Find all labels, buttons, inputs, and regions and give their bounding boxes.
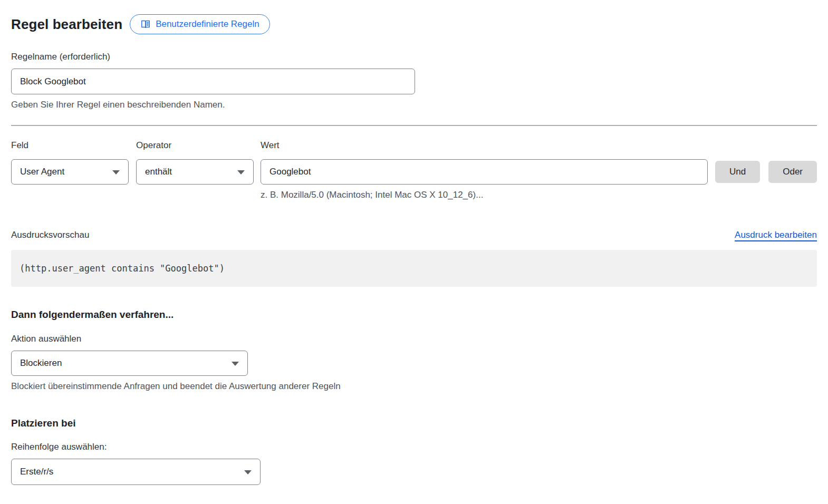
placement-order-label: Reihenfolge auswählen:: [11, 442, 817, 452]
custom-rules-button[interactable]: Benutzerdefinierte Regeln: [130, 14, 270, 34]
placement-order-select-value: Erste/r/s: [20, 467, 53, 477]
value-hint-text: z. B. Mozilla/5.0 (Macintosh; Intel Mac …: [261, 190, 708, 200]
chevron-down-icon: [232, 362, 239, 366]
operator-column: Operator enthält: [136, 140, 254, 185]
field-select[interactable]: User Agent: [11, 159, 129, 185]
rule-name-help-text: Geben Sie Ihrer Regel einen beschreibend…: [11, 100, 817, 110]
action-select[interactable]: Blockieren: [11, 351, 248, 376]
chevron-down-icon: [237, 170, 245, 175]
action-label: Aktion auswählen: [11, 334, 817, 344]
open-book-icon: [140, 19, 151, 30]
operator-select[interactable]: enthält: [136, 159, 254, 185]
expression-header: Ausdrucksvorschau Ausdruck bearbeiten: [11, 230, 817, 240]
expression-code: (http.user_agent contains "Googlebot"): [20, 263, 225, 274]
placement-section-heading: Platzieren bei: [11, 418, 817, 429]
section-divider: [11, 125, 817, 126]
value-input[interactable]: [261, 159, 708, 185]
chevron-down-icon: [112, 170, 120, 175]
and-button[interactable]: Und: [715, 161, 760, 183]
action-help-text: Blockiert übereinstimmende Anfragen und …: [11, 381, 817, 392]
page-title: Regel bearbeiten: [11, 16, 122, 33]
expression-preview-label: Ausdrucksvorschau: [11, 230, 89, 240]
expression-preview-box: (http.user_agent contains "Googlebot"): [11, 250, 817, 287]
value-label: Wert: [261, 140, 708, 151]
action-section-heading: Dann folgendermaßen verfahren...: [11, 309, 817, 321]
edit-rule-page: Regel bearbeiten Benutzerdefinierte Rege…: [0, 0, 828, 504]
operator-label: Operator: [136, 140, 254, 151]
rule-name-label: Regelname (erforderlich): [11, 52, 817, 62]
page-header: Regel bearbeiten Benutzerdefinierte Rege…: [11, 14, 817, 35]
custom-rules-button-label: Benutzerdefinierte Regeln: [156, 19, 259, 30]
placement-order-select[interactable]: Erste/r/s: [11, 459, 261, 485]
rule-name-input[interactable]: [11, 69, 415, 94]
edit-expression-link[interactable]: Ausdruck bearbeiten: [735, 230, 817, 240]
field-column: Feld User Agent: [11, 140, 129, 185]
field-label: Feld: [11, 140, 129, 151]
action-select-value: Blockieren: [20, 358, 62, 369]
condition-row: Feld User Agent Operator enthält Wert z.…: [11, 140, 817, 200]
value-column: Wert z. B. Mozilla/5.0 (Macintosh; Intel…: [261, 140, 708, 200]
or-button[interactable]: Oder: [768, 161, 817, 183]
field-select-value: User Agent: [20, 167, 64, 177]
operator-select-value: enthält: [145, 167, 172, 177]
chevron-down-icon: [244, 470, 252, 474]
